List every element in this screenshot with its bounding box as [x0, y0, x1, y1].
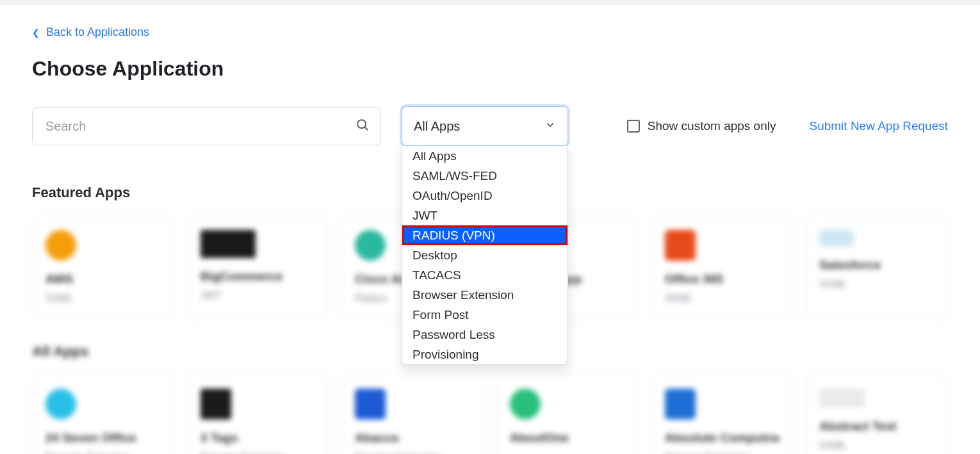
show-custom-apps-checkbox[interactable]: Show custom apps only: [627, 119, 776, 133]
app-name: Office 365: [665, 272, 780, 286]
app-icon: [45, 230, 76, 261]
filter-option[interactable]: All Apps: [402, 146, 568, 166]
filter-dropdown-selected: All Apps: [414, 119, 460, 134]
app-name: Abstract Test: [819, 419, 935, 434]
app-icon: [665, 389, 696, 419]
submit-new-app-request-link[interactable]: Submit New App Request: [809, 119, 948, 133]
app-subtext: Browser Extension: [45, 451, 161, 454]
page-title: Choose Application: [32, 57, 948, 81]
app-card[interactable]: Abstract TestSAML: [806, 374, 948, 454]
filter-dropdown-list: All AppsSAML/WS-FEDOAuth/OpenIDJWTRADIUS…: [402, 146, 568, 365]
filter-option[interactable]: Form Post: [402, 305, 568, 325]
top-bar-strip: [0, 0, 980, 5]
filter-option[interactable]: SAML/WS-FED: [402, 166, 568, 186]
app-icon: [200, 230, 256, 258]
app-icon: [200, 389, 231, 419]
page-content: ❮ Back to Applications Choose Applicatio…: [0, 5, 980, 454]
filter-option[interactable]: Desktop: [402, 245, 568, 265]
filter-option[interactable]: Password Less: [402, 325, 568, 345]
app-card[interactable]: AboutOne: [496, 374, 639, 454]
app-name: Absolute Computrace: [665, 431, 780, 445]
app-card[interactable]: SalesforceSAML: [806, 215, 948, 320]
app-icon: [355, 230, 386, 261]
app-name: Salesforce: [819, 258, 935, 272]
filter-option[interactable]: Browser Extension: [402, 285, 568, 305]
app-card[interactable]: AWSSAML: [32, 215, 174, 320]
filter-dropdown-trigger[interactable]: All Apps: [402, 106, 568, 146]
back-link-label: Back to Applications: [46, 26, 149, 39]
filter-option[interactable]: OAuth/OpenID: [402, 186, 568, 206]
app-subtext: SAML: [819, 279, 935, 290]
app-subtext: Browser Extension: [355, 451, 470, 454]
filter-option[interactable]: RADIUS (VPN): [402, 225, 568, 245]
app-name: 3 Tags: [200, 431, 316, 445]
back-to-applications-link[interactable]: ❮ Back to Applications: [32, 26, 149, 39]
app-name: 24 Seven Office: [45, 431, 161, 445]
checkbox-icon: [627, 120, 640, 133]
app-subtext: Browser Extension: [665, 451, 780, 454]
chevron-left-icon: ❮: [32, 28, 40, 37]
app-subtext: Browser Extension: [200, 451, 316, 454]
app-icon: [665, 230, 696, 261]
app-card[interactable]: BigCommerceJWT: [187, 215, 329, 320]
all-apps-grid: 24 Seven OfficeBrowser Extension3 TagsBr…: [32, 374, 948, 454]
app-name: AWS: [45, 272, 161, 286]
app-subtext: SAML: [819, 440, 935, 451]
show-custom-apps-label: Show custom apps only: [648, 119, 776, 133]
app-card[interactable]: 24 Seven OfficeBrowser Extension: [32, 374, 174, 454]
app-card[interactable]: AbacusBrowser Extension: [341, 374, 484, 454]
app-icon: [819, 389, 865, 408]
app-icon: [510, 389, 541, 419]
app-card[interactable]: 3 TagsBrowser Extension: [187, 374, 329, 454]
app-icon: [45, 389, 76, 419]
controls-row: All Apps All AppsSAML/WS-FEDOAuth/OpenID…: [32, 106, 948, 146]
app-subtext: SAML: [665, 293, 780, 304]
filter-option[interactable]: JWT: [402, 206, 568, 225]
app-card[interactable]: Office 365SAML: [651, 215, 794, 320]
app-icon: [355, 389, 386, 419]
app-icon: [819, 230, 854, 247]
search-input[interactable]: [32, 107, 381, 145]
app-card[interactable]: Absolute ComputraceBrowser Extension: [651, 374, 794, 454]
app-subtext: JWT: [200, 290, 316, 302]
filter-dropdown: All Apps All AppsSAML/WS-FEDOAuth/OpenID…: [402, 106, 568, 146]
app-name: Abacus: [355, 431, 470, 445]
search-wrapper: [32, 107, 381, 145]
chevron-down-icon: [544, 119, 556, 134]
app-name: BigCommerce: [200, 270, 316, 284]
filter-option[interactable]: TACACS: [402, 265, 568, 285]
app-name: AboutOne: [510, 431, 625, 445]
app-subtext: SAML: [45, 293, 161, 304]
filter-option[interactable]: Provisioning: [402, 345, 568, 364]
